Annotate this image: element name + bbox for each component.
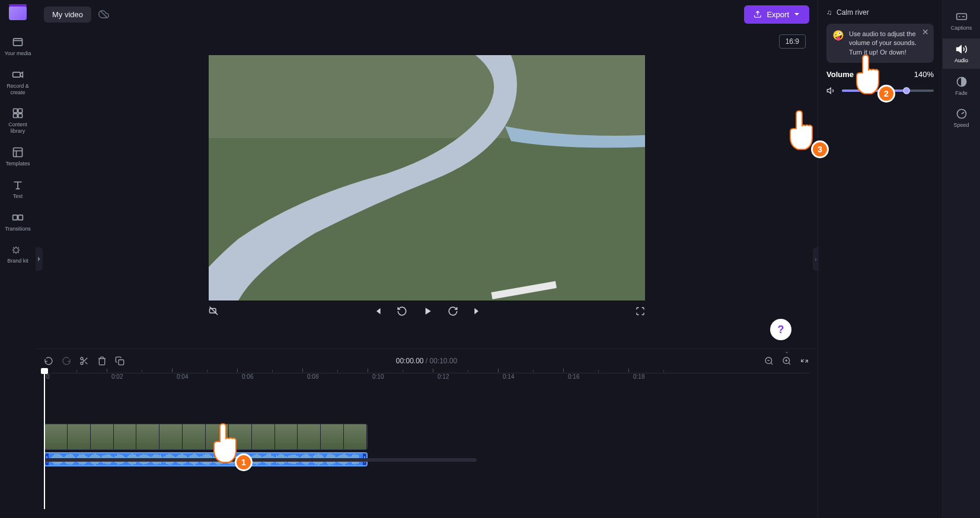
hide-preview-icon[interactable]	[209, 306, 219, 316]
speed-icon	[956, 108, 968, 120]
svg-rect-7	[13, 215, 18, 219]
tip-callout: 🤪 Use audio to adjust the volume of your…	[826, 24, 934, 63]
timeline: 00:00.00 / 00:10.00 00:020:040:060:080:1…	[36, 348, 818, 518]
media-icon	[12, 36, 24, 48]
fit-timeline-button[interactable]	[800, 356, 809, 366]
camera-icon	[12, 69, 24, 81]
nav-label: Your media	[4, 50, 31, 57]
preview-area: 16:9	[36, 28, 818, 348]
nav-brand-kit[interactable]: Brand kit	[0, 239, 36, 269]
nav-label: Text	[13, 193, 23, 200]
help-button[interactable]: ?	[770, 319, 791, 340]
play-button[interactable]	[422, 305, 433, 317]
nav-label: Captions	[951, 25, 972, 31]
current-time: 00:00.00	[396, 357, 424, 365]
svg-rect-8	[18, 215, 23, 219]
nav-label: Templates	[5, 161, 30, 167]
svg-rect-6	[14, 148, 23, 156]
video-clip[interactable]	[44, 424, 368, 450]
topbar: My video Export	[36, 0, 818, 28]
selected-audio-title: ♫ Calm river	[826, 8, 934, 17]
total-duration: 00:10.00	[430, 357, 458, 365]
timeline-ruler[interactable]: 00:020:040:060:080:100:120:140:160:18	[44, 373, 809, 388]
player-controls	[209, 300, 645, 322]
zoom-in-button[interactable]	[782, 356, 791, 366]
nav-label: Record & create	[2, 83, 33, 96]
skip-forward-button[interactable]	[473, 306, 482, 316]
zoom-out-button[interactable]	[764, 356, 774, 366]
nav-label: Audio	[955, 57, 968, 64]
templates-icon	[12, 146, 24, 158]
timeline-scrollbar[interactable]	[44, 458, 477, 462]
nav-label: Content library	[2, 121, 33, 135]
library-icon	[12, 107, 24, 119]
close-tip-button[interactable]: ✕	[922, 27, 929, 37]
svg-rect-4	[14, 114, 18, 118]
nav-label: Fade	[955, 90, 968, 97]
redo-button[interactable]	[62, 356, 71, 366]
duplicate-button[interactable]	[115, 356, 125, 366]
svg-rect-1	[13, 72, 21, 77]
chevron-down-icon	[794, 11, 800, 17]
right-panel-toggle[interactable]: ›	[813, 247, 819, 271]
fade-icon	[956, 76, 968, 88]
speaker-icon[interactable]	[826, 86, 836, 95]
aspect-ratio-badge[interactable]: 16:9	[779, 34, 806, 49]
volume-slider-thumb[interactable]	[903, 87, 910, 94]
upload-icon	[754, 10, 762, 18]
export-label: Export	[767, 10, 789, 19]
speaker-icon	[956, 43, 968, 55]
video-preview[interactable]	[209, 55, 645, 300]
nav-label: Brand kit	[7, 258, 28, 264]
svg-rect-0	[14, 39, 23, 46]
volume-label: Volume	[826, 70, 854, 79]
svg-rect-17	[119, 360, 124, 365]
playhead[interactable]	[44, 373, 45, 509]
music-note-icon: ♫	[826, 8, 832, 17]
nav-your-media[interactable]: Your media	[0, 31, 36, 62]
left-sidebar: Your media Record & create Content libra…	[0, 0, 36, 518]
svg-point-16	[81, 362, 83, 364]
svg-rect-2	[14, 109, 18, 113]
cloud-sync-icon[interactable]	[98, 9, 109, 20]
delete-button[interactable]	[97, 356, 107, 366]
export-button[interactable]: Export	[744, 5, 809, 24]
nav-text[interactable]: Text	[0, 174, 36, 204]
nav-record-create[interactable]: Record & create	[0, 64, 36, 101]
skip-back-button[interactable]	[373, 306, 382, 316]
svg-line-14	[209, 307, 218, 315]
audio-track-name: Calm river	[837, 8, 869, 17]
svg-rect-3	[18, 109, 23, 113]
right-sidebar: Captions Audio Fade Speed	[942, 0, 980, 518]
nav-templates[interactable]: Templates	[0, 142, 36, 172]
text-icon	[12, 179, 24, 191]
rewind-button[interactable]	[397, 306, 407, 316]
nav-label: Transitions	[5, 226, 31, 232]
split-button[interactable]	[79, 356, 89, 366]
nav-content-library[interactable]: Content library	[0, 103, 36, 139]
svg-rect-11	[209, 55, 645, 138]
svg-rect-20	[956, 14, 966, 20]
svg-point-15	[81, 357, 83, 360]
nav-transitions[interactable]: Transitions	[0, 207, 36, 237]
tab-captions[interactable]: Captions	[943, 6, 980, 36]
tab-audio[interactable]: Audio	[943, 39, 980, 69]
volume-slider[interactable]	[842, 89, 934, 92]
nav-label: Speed	[953, 122, 969, 129]
transitions-icon	[12, 212, 24, 223]
captions-icon	[956, 11, 968, 23]
brand-icon	[12, 244, 24, 255]
fullscreen-button[interactable]	[636, 306, 645, 316]
volume-value: 140%	[914, 70, 934, 79]
emoji-icon: 🤪	[832, 30, 844, 57]
audio-properties-panel: ♫ Calm river 🤪 Use audio to adjust the v…	[818, 0, 942, 518]
time-display: 00:00.00 / 00:10.00	[396, 357, 457, 365]
svg-line-9	[100, 11, 107, 18]
svg-rect-5	[18, 114, 23, 118]
undo-button[interactable]	[44, 356, 53, 366]
forward-button[interactable]	[448, 306, 458, 316]
tab-fade[interactable]: Fade	[943, 71, 980, 101]
project-name-input[interactable]: My video	[44, 7, 91, 23]
tip-text: Use audio to adjust the volume of your s…	[849, 30, 928, 57]
tab-speed[interactable]: Speed	[943, 103, 980, 133]
